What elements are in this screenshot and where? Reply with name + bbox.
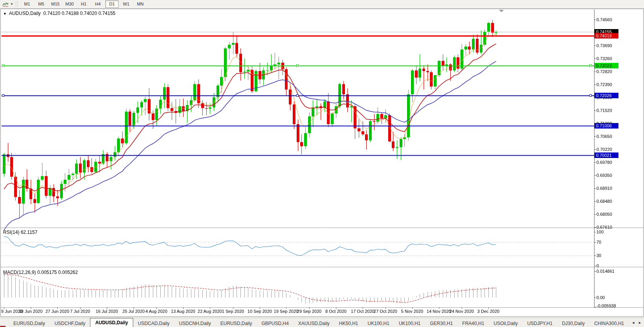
timeframe-button-m1[interactable]: M1 (20, 0, 34, 8)
chart-tab-audusd-daily[interactable]: AUDUSD,Daily (90, 318, 133, 327)
price-tick-label: 0.68480 (596, 199, 612, 204)
chart-ohlc-values: 0.74120 0.74188 0.74020 0.74155 (43, 11, 116, 16)
rsi-indicator-label: RSI(14) 62.1157 (3, 230, 37, 235)
chart-tab-hk50-h1[interactable]: HK50,H1 (334, 320, 363, 327)
timeframe-button-m30[interactable]: M30 (63, 0, 76, 8)
price-tick-label: 0.68050 (596, 212, 612, 217)
chart-tab-xauusd-daily[interactable]: XAUUSD,Daily (294, 320, 334, 327)
rsi-scale-label: 70 (596, 240, 601, 244)
date-tick-label: 27 Jun 2020 (46, 309, 70, 314)
chart-tab-ger30-h1[interactable]: GER30,H1 (425, 320, 457, 327)
chart-tab-gbpusd-h4[interactable]: GBPUSD,H4 (257, 320, 293, 327)
timeframe-button-mn[interactable]: MN (134, 0, 147, 8)
chart-tab-usdcad-daily[interactable]: USDCAD,Daily (133, 320, 174, 327)
rsi-scale-label: 30 (596, 253, 601, 258)
date-tick-label: 27 Oct 2020 (374, 309, 397, 314)
hline-price-tag: 0.74019 (594, 33, 618, 39)
date-tick-label: 29 Sep 2020 (297, 309, 321, 314)
macd-scale-label: -0.005938 (596, 303, 616, 308)
price-tick-label: 0.73690 (596, 43, 612, 48)
date-tick-label: 7 Jul 2020 (70, 309, 90, 314)
price-tick-label: 0.69780 (596, 160, 612, 165)
date-tick-label: 8 Oct 2020 (325, 309, 347, 314)
price-tick-label: 0.74560 (596, 17, 612, 22)
chart-tab-uk100-h1[interactable]: UK100,H1 (394, 320, 425, 327)
price-tick-label: 0.69350 (596, 173, 612, 178)
date-tick-label: 25 Jul 2020 (123, 309, 145, 314)
price-tick-label: 0.72820 (596, 69, 612, 74)
trading-app-window: ▼ M1M5M15M30H1H4D1W1MN ▼AUDUSD,Daily 0.7… (0, 0, 644, 327)
price-tick-label: 0.73260 (596, 56, 612, 61)
chart-tab-usdchf-daily[interactable]: USDCHF,Daily (50, 320, 90, 327)
timeframe-button-m15[interactable]: M15 (49, 0, 62, 8)
date-tick-label: 22 Aug 2020 (198, 309, 222, 314)
timeframe-button-d1[interactable]: D1 (105, 0, 119, 8)
date-tick-label: 3 Dec 2020 (477, 309, 499, 314)
chart-tab-dj30-daily[interactable]: DJ30,Daily (557, 320, 589, 327)
macd-values: 0.005175 0.005262 (37, 270, 78, 275)
macd-scale-label: 0.00 (596, 295, 605, 300)
timeframe-toolbar: ▼ M1M5M15M30H1H4D1W1MN (0, 0, 644, 9)
price-tick-label: 0.72390 (596, 82, 612, 87)
toolbar-grip-handle[interactable] (16, 2, 18, 7)
date-tick-label: 4 Aug 2020 (145, 309, 167, 314)
macd-indicator-label: MACD(12,26,9) 0.005175 0.005262 (3, 270, 78, 275)
chart-mode-icon[interactable] (2, 1, 9, 7)
rsi-scale-label: 100 (596, 230, 604, 234)
chart-tab-usdjpy-h1[interactable]: USDJPY,H1 (523, 320, 557, 327)
price-chart-canvas[interactable] (0, 0, 644, 327)
timeframe-buttons: M1M5M15M30H1H4D1W1MN (20, 0, 147, 8)
date-tick-label: 24 Nov 2020 (450, 309, 474, 314)
rsi-scale-label: 0 (596, 263, 599, 268)
date-tick-label: 19 Sep 2020 (274, 309, 298, 314)
price-tick-label: 0.70650 (596, 134, 612, 139)
price-tick-label: 0.71520 (596, 108, 612, 113)
date-tick-label: 18 Jun 2020 (19, 309, 43, 314)
rsi-value: 62.1157 (21, 230, 38, 235)
price-tick-label: 0.70220 (596, 147, 612, 152)
timeframe-button-m5[interactable]: M5 (35, 0, 48, 8)
hline-price-tag: 0.71006 (594, 123, 618, 129)
chart-tab-bar: EURUSD,DailyUSDCHF,DailyAUDUSD,DailyUSDC… (0, 318, 644, 327)
chart-tab-china300-h1[interactable]: CHINA300,H1 (589, 320, 629, 327)
price-tick-label: 0.67610 (596, 225, 612, 230)
price-tick-label: 0.68910 (596, 186, 612, 191)
chart-symbol-label: AUDUSD,Daily (9, 11, 41, 16)
date-tick-label: 10 Sep 2020 (248, 309, 272, 314)
chart-collapse-icon[interactable]: ▼ (3, 12, 7, 16)
hline-price-tag: 0.70021 (594, 152, 618, 158)
date-tick-label: 13 Aug 2020 (171, 309, 195, 314)
timeframe-button-w1[interactable]: W1 (119, 0, 133, 8)
date-tick-label: 5 Nov 2020 (401, 309, 423, 314)
chart-title: ▼AUDUSD,Daily 0.74120 0.74188 0.74020 0.… (3, 11, 116, 16)
chart-tab-eurusd-daily[interactable]: EURUSD,Daily (216, 320, 257, 327)
tab-scroll-left-icon[interactable]: ◄ (631, 321, 635, 325)
chart-tab-usoil-daily[interactable]: USOil,Daily (489, 320, 522, 327)
tab-scroll-right-icon[interactable]: ► (638, 321, 642, 325)
chart-tab-usdcnh-daily[interactable]: USDCNH,Daily (174, 320, 215, 327)
timeframe-button-h1[interactable]: H1 (77, 0, 90, 8)
date-tick-label: 1 Sep 2020 (222, 309, 244, 314)
timeframe-button-h4[interactable]: H4 (91, 0, 105, 8)
tab-scroll-buttons: ◄ ► (629, 318, 644, 327)
hline-price-tag: 0.73023 (594, 63, 618, 68)
date-tick-label: 17 Oct 2020 (351, 309, 374, 314)
chart-tab-eurusd-daily[interactable]: EURUSD,Daily (9, 320, 50, 327)
chart-tab-fra40-h1[interactable]: FRA40,H1 (457, 320, 489, 327)
chart-tab-uk100-h1[interactable]: UK100,H1 (363, 320, 394, 327)
chevron-down-icon[interactable]: ▼ (9, 2, 14, 6)
hline-price-tag: 0.72026 (594, 93, 618, 98)
date-tick-label: 16 Jul 2020 (96, 309, 118, 314)
macd-scale-label: 0.014861 (596, 269, 615, 274)
chart-tabs: EURUSD,DailyUSDCHF,DailyAUDUSD,DailyUSDC… (0, 318, 629, 327)
date-tick-label: 14 Nov 2020 (427, 309, 451, 314)
